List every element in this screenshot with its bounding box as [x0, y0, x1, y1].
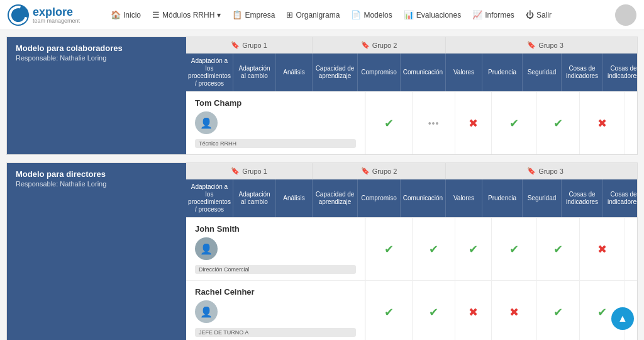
model2-block: Modelo para directores Responsable: Nath… — [6, 162, 638, 340]
nav-salir[interactable]: ⏻Salir — [521, 6, 557, 23]
user-avatar[interactable] — [615, 4, 636, 26]
col-header-g2c3: Comunicación — [401, 54, 446, 91]
col-header-g3c1: Valores — [446, 54, 482, 91]
model1-title: Modelo para colaboradores — [16, 43, 177, 53]
cell-rachel-1: ✔ — [413, 281, 455, 340]
person-info-john: John Smith 👤 Dirección Comercial — [186, 218, 365, 280]
group1-header2: 🔖 Grupo 1 — [186, 163, 313, 179]
columns-header2: Adaptación a los procedimientos / proces… — [186, 179, 637, 217]
cross-icon: ✖ — [509, 305, 519, 319]
check-icon: ✔ — [509, 242, 519, 256]
cell-john-4: ✔ — [537, 218, 580, 280]
bookmark-icon: 🔖 — [527, 167, 536, 175]
check-icon: ✔ — [429, 242, 438, 256]
cross-icon: ✖ — [597, 242, 607, 256]
person-name-tom: Tom Champ — [195, 98, 356, 108]
cross-icon: ✖ — [469, 305, 478, 319]
cell-john-6: ••• — [625, 218, 637, 280]
model1-responsible: Responsable: Nathalie Loring — [16, 54, 177, 62]
bookmark-icon: 🔖 — [231, 41, 240, 49]
check-icon: ✔ — [553, 305, 563, 319]
cell-rachel-3: ✖ — [492, 281, 537, 340]
check-icon: ✔ — [384, 305, 394, 319]
dots-icon: ••• — [428, 118, 440, 128]
scroll-to-top-button[interactable]: ▲ — [611, 307, 634, 330]
person-avatar-tom: 👤 — [195, 111, 218, 134]
model1-table: 🔖 Grupo 1 🔖 Grupo 2 🔖 Grupo 3 Adaptación… — [186, 37, 637, 154]
nav-modulos[interactable]: ☰Módulos RRHH ▾ — [147, 6, 226, 23]
cell-tom-5: ✖ — [580, 92, 625, 154]
col2-header-g1c3: Análisis — [276, 179, 313, 217]
logo-icon — [8, 4, 29, 26]
cell-rachel-2: ✖ — [455, 281, 492, 340]
col-header-g3c5: Cosas de indicadores — [603, 54, 637, 91]
col2-header-g2c3: Comunicación — [401, 179, 446, 217]
model1-sidebar: Modelo para colaboradores Responsable: N… — [7, 37, 186, 154]
logo-sub: team management — [33, 18, 80, 24]
check-icon: ✔ — [384, 116, 394, 130]
nav-organigrama[interactable]: ⊞Organigrama — [281, 6, 345, 23]
cell-tom-4: ✔ — [537, 92, 580, 154]
modelos-icon: 📄 — [351, 10, 361, 20]
check-icon: ✔ — [429, 305, 438, 319]
cell-tom-1: ••• — [413, 92, 455, 154]
cross-icon: ✖ — [597, 116, 607, 130]
groups-header: 🔖 Grupo 1 🔖 Grupo 2 🔖 Grupo 3 — [186, 37, 637, 54]
model1-block: Modelo para colaboradores Responsable: N… — [6, 37, 638, 155]
col2-header-g3c4: Cosas de indicadores — [562, 179, 603, 217]
group3-header: 🔖 Grupo 3 — [446, 37, 637, 53]
person-cells-john: ✔ ✔ ✔ ✔ ✔ ✖ ••• ✔ ✔ ✔ ••• — [365, 218, 637, 280]
col2-header-g3c3: Seguridad — [523, 179, 562, 217]
group2-header2: 🔖 Grupo 2 — [313, 163, 446, 179]
group2-header: 🔖 Grupo 2 — [313, 37, 446, 53]
logo: explore team management — [8, 4, 96, 26]
person-info-tom: Tom Champ 👤 Técnico RRHH — [186, 92, 365, 154]
home-icon: 🏠 — [111, 10, 121, 20]
cell-john-5: ✖ — [580, 218, 625, 280]
salir-icon: ⏻ — [526, 10, 534, 20]
group1-header: 🔖 Grupo 1 — [186, 37, 313, 53]
cell-rachel-4: ✔ — [537, 281, 580, 340]
col-header-g3c2: Prudencia — [482, 54, 523, 91]
person-avatar-john: 👤 — [195, 237, 218, 260]
nav-modelos[interactable]: 📄Modelos — [346, 6, 397, 23]
informes-icon: 📈 — [472, 10, 482, 20]
groups-header2: 🔖 Grupo 1 🔖 Grupo 2 🔖 Grupo 3 — [186, 163, 637, 179]
cell-tom-0: ✔ — [365, 92, 413, 154]
col-header-g1c3: Análisis — [276, 54, 313, 91]
col2-header-g3c1: Valores — [446, 179, 482, 217]
person-avatar-rachel: 👤 — [195, 300, 218, 323]
col-header-g1c1: Adaptación a los procedimientos / proces… — [186, 54, 233, 91]
col-header-g3c4: Cosas de indicadores — [562, 54, 603, 91]
cell-john-3: ✔ — [492, 218, 537, 280]
person-name-john: John Smith — [195, 224, 356, 234]
cell-rachel-0: ✔ — [365, 281, 413, 340]
person-row-john: John Smith 👤 Dirección Comercial ✔ ✔ ✔ ✔… — [186, 217, 637, 280]
nav-empresa[interactable]: 📋Empresa — [227, 6, 280, 23]
person-name-rachel: Rachel Ceinher — [195, 287, 356, 297]
col2-header-g2c2: Compromiso — [358, 179, 401, 217]
check-icon: ✔ — [384, 242, 394, 256]
nav-inicio[interactable]: 🏠Inicio — [106, 6, 146, 23]
check-icon: ✔ — [553, 242, 563, 256]
col-header-g2c1: Capacidad de aprendizaje — [313, 54, 358, 91]
col2-header-g3c5: Cosas de indicadores — [603, 179, 637, 217]
person-row-tom: Tom Champ 👤 Técnico RRHH ✔ ••• ✖ ✔ ✔ ✖ •… — [186, 91, 637, 154]
col2-header-g1c2: Adaptación al cambio — [233, 179, 276, 217]
cell-tom-2: ✖ — [455, 92, 492, 154]
empresa-icon: 📋 — [232, 10, 242, 20]
col2-header-g2c1: Capacidad de aprendizaje — [313, 179, 358, 217]
group3-header2: 🔖 Grupo 3 — [446, 163, 637, 179]
model2-table: 🔖 Grupo 1 🔖 Grupo 2 🔖 Grupo 3 Adaptación… — [186, 163, 637, 340]
check-icon: ✔ — [553, 116, 563, 130]
col2-header-g3c2: Prudencia — [482, 179, 523, 217]
columns-header: Adaptación a los procedimientos / proces… — [186, 54, 637, 91]
col-header-g1c2: Adaptación al cambio — [233, 54, 276, 91]
model2-sidebar: Modelo para directores Responsable: Nath… — [7, 163, 186, 340]
nav-evaluaciones[interactable]: 📊Evaluaciones — [399, 6, 466, 23]
nav-informes[interactable]: 📈Informes — [467, 6, 519, 23]
evaluaciones-icon: 📊 — [404, 10, 414, 20]
person-cells-tom: ✔ ••• ✖ ✔ ✔ ✖ ••• ••• ••• ••• ••• — [365, 92, 637, 154]
check-icon: ✔ — [509, 116, 519, 130]
check-icon: ✔ — [469, 242, 478, 256]
